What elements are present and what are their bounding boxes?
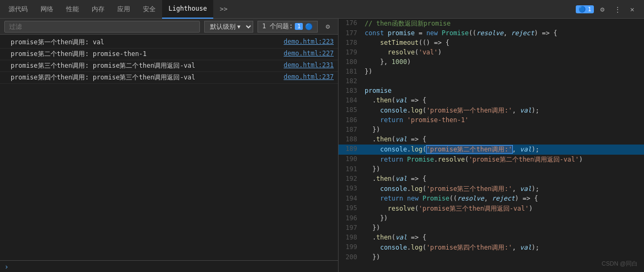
console-prompt-icon: › — [4, 262, 9, 271]
console-panel: 默认级别 ▾ 1 个问题: 1 🔵 ⚙ promise第一个then调用: va… — [0, 19, 339, 272]
code-line: 189 console.log('promise第二个then调用:', val… — [339, 145, 644, 155]
tab-panel-badge[interactable]: 🔵 1 — [576, 5, 594, 13]
code-area[interactable]: 176// then函数返回新promise177const promise =… — [339, 19, 644, 272]
line-number: 184 — [339, 96, 363, 105]
line-content: }, 1000) — [363, 58, 644, 66]
code-line: 190 return Promise.resolve('promise第二个th… — [339, 155, 644, 165]
line-content: console.log('promise第二个then调用:', val); — [363, 145, 644, 155]
code-line: 200 }) — [339, 253, 644, 262]
log-message: promise第一个then调用: val — [11, 38, 279, 47]
log-row[interactable]: promise第一个then调用: valdemo.html:223 — [0, 37, 338, 49]
log-message: promise第二个then调用: promise-then-1 — [11, 50, 279, 59]
log-message: promise第四个then调用: promise第三个then调用返回-val — [11, 73, 279, 82]
line-number: 190 — [339, 155, 363, 163]
tab-bar: 源代码 网络 性能 内存 应用 安全 Lighthouse >> 🔵 1 ⚙ ⋮… — [0, 0, 644, 19]
line-content: }) — [363, 67, 644, 76]
log-source[interactable]: demo.html:227 — [284, 50, 334, 57]
line-number: 198 — [339, 233, 363, 242]
line-number: 185 — [339, 106, 363, 114]
level-select[interactable]: 默认级别 ▾ — [204, 21, 253, 33]
code-line: 183promise — [339, 86, 644, 96]
line-content: .then(val => { — [363, 96, 644, 105]
line-content: const promise = new Promise((resolve, re… — [363, 29, 644, 37]
tab-network[interactable]: 网络 — [34, 0, 60, 19]
code-line: 188 .then(val => { — [339, 135, 644, 145]
code-line: 191 }) — [339, 165, 644, 174]
log-source[interactable]: demo.html:237 — [284, 73, 334, 81]
line-number: 180 — [339, 58, 363, 66]
line-number: 195 — [339, 204, 363, 212]
line-number: 183 — [339, 86, 363, 95]
main-content: 默认级别 ▾ 1 个问题: 1 🔵 ⚙ promise第一个then调用: va… — [0, 19, 644, 272]
filter-input[interactable] — [4, 21, 200, 33]
line-number: 182 — [339, 77, 363, 85]
log-source[interactable]: demo.html:223 — [284, 38, 334, 45]
watermark: CSDN @同白 — [602, 260, 638, 268]
console-log-area[interactable]: promise第一个then调用: valdemo.html:223promis… — [0, 35, 338, 260]
line-content: .then(val => { — [363, 233, 644, 242]
tab-source[interactable]: 源代码 — [2, 0, 34, 19]
tab-memory[interactable]: 内存 — [85, 0, 111, 19]
code-line: 199 console.log('promise第四个then调用:', val… — [339, 243, 644, 253]
code-line: 184 .then(val => { — [339, 96, 644, 106]
log-row[interactable]: promise第三个then调用: promise第二个then调用返回-val… — [0, 60, 338, 72]
line-content: }) — [363, 165, 644, 173]
code-line: 192 .then(val => { — [339, 174, 644, 184]
line-content: setTimeout(() => { — [363, 38, 644, 47]
line-number: 191 — [339, 165, 363, 173]
code-line: 177const promise = new Promise((resolve,… — [339, 29, 644, 38]
tab-application[interactable]: 应用 — [111, 0, 136, 19]
line-content: console.log('promise第三个then调用:', val); — [363, 184, 644, 194]
code-line: 181}) — [339, 67, 644, 77]
code-line: 178 setTimeout(() => { — [339, 38, 644, 48]
settings-button[interactable]: ⚙ — [596, 3, 609, 15]
tab-lighthouse[interactable]: Lighthouse — [162, 0, 213, 19]
line-content: resolve('promise第三个then调用返回-val') — [363, 204, 644, 214]
line-number: 186 — [339, 116, 363, 124]
tab-performance[interactable]: 性能 — [60, 0, 85, 19]
code-panel: 176// then函数返回新promise177const promise =… — [339, 19, 644, 272]
badge-count: 1 — [587, 6, 591, 13]
log-message: promise第三个then调用: promise第二个then调用返回-val — [11, 61, 279, 70]
line-number: 179 — [339, 48, 363, 57]
code-line: 194 return new Promise((resolve, reject)… — [339, 194, 644, 204]
console-settings-button[interactable]: ⚙ — [322, 21, 334, 33]
log-source[interactable]: demo.html:231 — [284, 61, 334, 69]
line-content: return 'promise-then-1' — [363, 116, 644, 124]
close-button[interactable]: ✕ — [626, 3, 639, 15]
line-content: return Promise.resolve('promise第二个then调用… — [363, 155, 644, 165]
line-content: }) — [363, 214, 644, 222]
line-number: 193 — [339, 184, 363, 193]
badge-icon: 🔵 — [578, 6, 586, 13]
line-number: 176 — [339, 19, 363, 27]
line-number: 177 — [339, 29, 363, 37]
line-content: console.log('promise第一个then调用:', val); — [363, 106, 644, 116]
line-content — [363, 77, 644, 85]
issue-icon: 🔵 — [305, 23, 313, 30]
code-line: 185 console.log('promise第一个then调用:', val… — [339, 106, 644, 116]
line-content: .then(val => { — [363, 174, 644, 183]
tab-more[interactable]: >> — [213, 0, 234, 19]
log-row[interactable]: promise第二个then调用: promise-then-1demo.htm… — [0, 49, 338, 60]
code-line: 195 resolve('promise第三个then调用返回-val') — [339, 204, 644, 214]
tab-icons: 🔵 1 ⚙ ⋮ ✕ — [573, 3, 642, 15]
line-number: 189 — [339, 145, 363, 153]
code-line: 197 }) — [339, 223, 644, 233]
code-line: 180 }, 1000) — [339, 58, 644, 67]
more-options-button[interactable]: ⋮ — [611, 3, 624, 15]
line-number: 188 — [339, 135, 363, 143]
code-line: 196 }) — [339, 214, 644, 223]
code-line: 193 console.log('promise第三个then调用:', val… — [339, 184, 644, 194]
line-content: promise — [363, 86, 644, 95]
line-number: 178 — [339, 38, 363, 47]
line-content: }) — [363, 125, 644, 134]
log-row[interactable]: promise第四个then调用: promise第三个then调用返回-val… — [0, 72, 338, 84]
code-line: 186 return 'promise-then-1' — [339, 116, 644, 125]
line-number: 181 — [339, 67, 363, 76]
tab-security[interactable]: 安全 — [136, 0, 162, 19]
code-line: 198 .then(val => { — [339, 233, 644, 243]
line-content: resolve('val') — [363, 48, 644, 57]
console-bottom: › — [0, 260, 338, 272]
line-content: console.log('promise第四个then调用:', val); — [363, 243, 644, 253]
code-line: 179 resolve('val') — [339, 48, 644, 58]
